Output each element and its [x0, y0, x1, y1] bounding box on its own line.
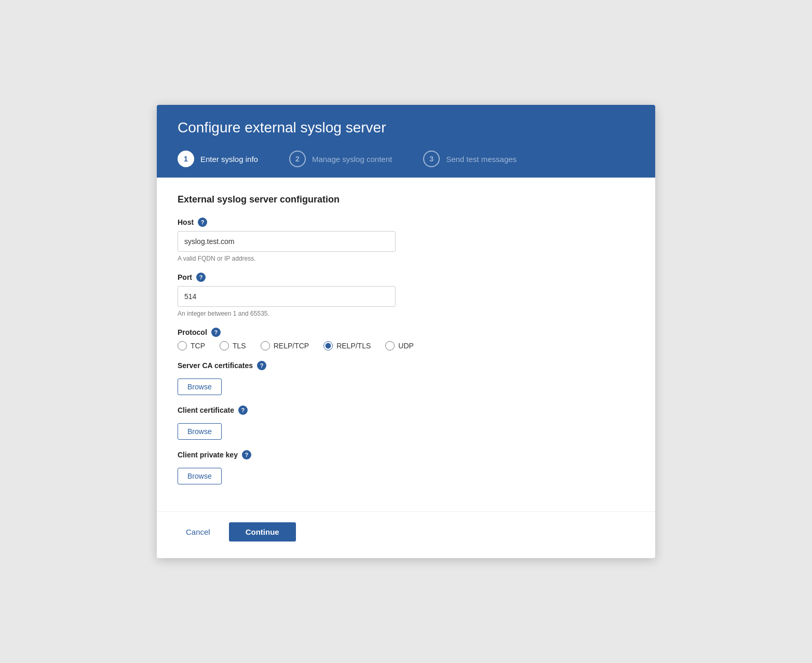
step-1-circle: 1	[178, 151, 194, 167]
step-1-label: Enter syslog info	[200, 155, 258, 164]
client-cert-label: Client certificate ?	[178, 405, 634, 415]
stepper: 1 Enter syslog info 2 Manage syslog cont…	[178, 151, 634, 178]
client-cert-browse-button[interactable]: Browse	[178, 423, 222, 440]
host-label: Host ?	[178, 218, 634, 227]
protocol-label: Protocol ?	[178, 328, 634, 337]
client-key-help-icon[interactable]: ?	[242, 450, 251, 459]
protocol-help-icon[interactable]: ?	[211, 328, 221, 337]
protocol-relptcp-radio[interactable]	[261, 341, 270, 350]
step-3-label: Send test messages	[446, 155, 517, 164]
protocol-options: TCP TLS RELP/TCP RELP/TLS UDP	[178, 341, 634, 350]
client-cert-help-icon[interactable]: ?	[238, 405, 248, 415]
port-input[interactable]	[178, 286, 396, 307]
client-key-label: Client private key ?	[178, 450, 634, 459]
server-ca-group: Server CA certificates ? Browse	[178, 361, 634, 395]
step-3[interactable]: 3 Send test messages	[423, 151, 517, 178]
protocol-tls[interactable]: TLS	[220, 341, 246, 350]
dialog-title: Configure external syslog server	[178, 119, 634, 136]
host-input[interactable]	[178, 231, 396, 252]
protocol-relptcp[interactable]: RELP/TCP	[261, 341, 309, 350]
protocol-group: Protocol ? TCP TLS RELP/TCP REL	[178, 328, 634, 350]
cancel-button[interactable]: Cancel	[178, 523, 219, 540]
protocol-tls-radio[interactable]	[220, 341, 229, 350]
dialog-footer: Cancel Continue	[157, 511, 655, 558]
step-1[interactable]: 1 Enter syslog info	[178, 151, 258, 178]
host-hint: A valid FQDN or IP address.	[178, 255, 634, 262]
protocol-udp[interactable]: UDP	[385, 341, 414, 350]
host-group: Host ? A valid FQDN or IP address.	[178, 218, 634, 262]
protocol-tcp-radio[interactable]	[178, 341, 187, 350]
step-2[interactable]: 2 Manage syslog content	[289, 151, 392, 178]
server-ca-help-icon[interactable]: ?	[257, 361, 266, 370]
protocol-tcp[interactable]: TCP	[178, 341, 205, 350]
client-key-browse-button[interactable]: Browse	[178, 468, 222, 484]
client-key-group: Client private key ? Browse	[178, 450, 634, 484]
server-ca-label: Server CA certificates ?	[178, 361, 634, 370]
server-ca-browse-button[interactable]: Browse	[178, 378, 222, 395]
section-title: External syslog server configuration	[178, 194, 634, 205]
protocol-relptls[interactable]: RELP/TLS	[323, 341, 371, 350]
protocol-relptls-radio[interactable]	[323, 341, 333, 350]
client-cert-group: Client certificate ? Browse	[178, 405, 634, 440]
host-help-icon[interactable]: ?	[198, 218, 207, 227]
port-label: Port ?	[178, 273, 634, 282]
step-2-circle: 2	[289, 151, 306, 167]
continue-button[interactable]: Continue	[229, 522, 296, 542]
configure-syslog-dialog: Configure external syslog server 1 Enter…	[157, 105, 655, 558]
dialog-header: Configure external syslog server 1 Enter…	[157, 105, 655, 178]
dialog-body: External syslog server configuration Hos…	[157, 178, 655, 511]
step-3-circle: 3	[423, 151, 440, 167]
step-2-label: Manage syslog content	[312, 155, 392, 164]
port-group: Port ? An integer between 1 and 65535.	[178, 273, 634, 317]
port-help-icon[interactable]: ?	[196, 273, 206, 282]
port-hint: An integer between 1 and 65535.	[178, 310, 634, 317]
protocol-udp-radio[interactable]	[385, 341, 395, 350]
